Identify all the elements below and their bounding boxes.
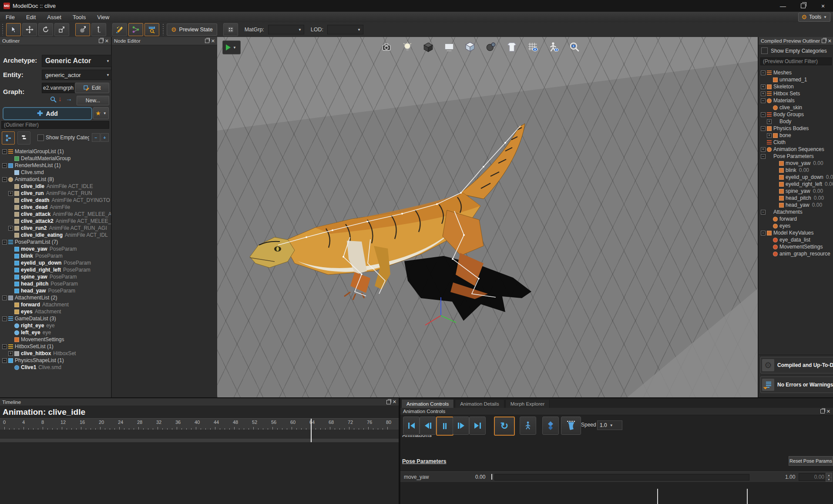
expander-icon[interactable]: − xyxy=(2,149,7,154)
tree-item[interactable]: eyelid_right_left0.00 xyxy=(759,181,833,188)
expander-icon[interactable]: − xyxy=(761,231,766,235)
tree-item[interactable]: +clive_runAnimFile ACT_RUN xyxy=(0,190,111,197)
float-panel-icon[interactable] xyxy=(386,400,391,404)
tree-item[interactable]: +Body xyxy=(759,118,833,125)
frame-back-button[interactable] xyxy=(420,417,436,435)
expander-icon[interactable]: − xyxy=(2,163,7,168)
expander-icon[interactable]: − xyxy=(2,177,7,182)
tree-item[interactable]: eye_data_list xyxy=(759,236,833,243)
screenspace-tool-button[interactable] xyxy=(75,23,90,36)
entity-dropdown[interactable]: generic_actor▼ xyxy=(42,70,112,80)
timeline-ruler[interactable]: 048121620242832364044485256606468727680 xyxy=(0,418,399,430)
paint-tool-button[interactable] xyxy=(112,23,127,36)
camera-icon[interactable] xyxy=(379,40,394,54)
tree-item[interactable]: −Materials xyxy=(759,97,833,104)
toolbar-grip[interactable] xyxy=(1,24,3,35)
close-icon[interactable]: ✕ xyxy=(105,39,109,44)
expand-all-button[interactable]: + xyxy=(101,133,109,142)
close-button[interactable]: × xyxy=(813,0,833,12)
tree-item[interactable]: clive_attack2AnimFile ACT_MELEE_ xyxy=(0,218,111,225)
tree-item[interactable]: Clive1Clive.smd xyxy=(0,364,111,371)
expander-icon[interactable]: − xyxy=(761,210,766,215)
pose-param-slider[interactable] xyxy=(494,474,749,480)
expander-icon[interactable]: + xyxy=(8,351,13,356)
close-icon[interactable]: ✕ xyxy=(393,400,396,404)
tree-item[interactable]: eyes xyxy=(759,222,833,229)
timeline-track[interactable] xyxy=(0,430,399,439)
root-motion-button[interactable] xyxy=(520,417,536,435)
expander-icon[interactable]: + xyxy=(8,226,13,231)
tree-item[interactable]: Cloth xyxy=(759,139,833,146)
tree-item[interactable]: +clive_hitboxHitboxSet xyxy=(0,350,111,357)
screen-icon[interactable] xyxy=(442,40,457,54)
move-tool-button[interactable] xyxy=(22,23,37,36)
tree-item[interactable]: clive_deathAnimFile ACT_DYINGTO xyxy=(0,197,111,204)
slider-handle[interactable] xyxy=(491,474,492,480)
close-icon[interactable]: ✕ xyxy=(211,39,215,44)
tree-item[interactable]: clive_idleAnimFile ACT_IDLE xyxy=(0,183,111,190)
float-panel-icon[interactable] xyxy=(99,39,103,43)
add-node-button[interactable]: ✚Add xyxy=(3,107,92,120)
tree-item[interactable]: spine_yaw0.00 xyxy=(759,188,833,195)
menu-tools[interactable]: Tools xyxy=(67,12,91,22)
tree-item[interactable]: −Model KeyValues xyxy=(759,229,833,236)
viewport-3d[interactable]: ▼ xyxy=(217,37,758,397)
expander-icon[interactable]: + xyxy=(761,84,766,89)
load-graph-icon[interactable]: ↓ xyxy=(58,95,62,102)
expander-icon[interactable]: − xyxy=(761,112,766,117)
expander-icon[interactable]: − xyxy=(761,98,766,103)
menu-file[interactable]: File xyxy=(0,12,20,22)
search-graph-icon[interactable] xyxy=(50,96,57,104)
errors-status-button[interactable]: No Errors or Warnings xyxy=(760,376,833,393)
loop-toggle-button[interactable]: ↻ xyxy=(494,417,515,436)
matgrp-dropdown[interactable]: ▼ xyxy=(268,25,304,34)
lod-dropdown[interactable]: ▼ xyxy=(327,25,363,34)
expander-icon[interactable]: + xyxy=(767,119,772,124)
expander-icon[interactable]: + xyxy=(8,191,13,196)
geometry-icon[interactable] xyxy=(463,40,477,54)
tree-item[interactable]: clive_attackAnimFile ACT_MELEE_A xyxy=(0,211,111,218)
measure-tool-button[interactable] xyxy=(144,23,159,36)
tree-item[interactable]: +Hitbox Sets xyxy=(759,90,833,97)
skip-to-start-button[interactable] xyxy=(403,417,420,435)
tree-item[interactable]: left_eyeeye xyxy=(0,329,111,336)
tree-item[interactable]: −GameDataList (3) xyxy=(0,315,111,322)
open-graph-icon[interactable]: → xyxy=(66,95,72,102)
tab-animation-controls[interactable]: Animation Controls xyxy=(401,399,454,408)
compile-status-button[interactable]: ⚙ Compiled and Up-To-Date xyxy=(760,357,833,373)
tree-item[interactable]: blink0.00 xyxy=(759,167,833,174)
expander-icon[interactable]: − xyxy=(2,296,7,300)
timeline-playhead[interactable] xyxy=(311,419,312,442)
tab-morph-explorer[interactable]: Morph Explorer xyxy=(505,399,550,408)
nodegraph-tool-button[interactable] xyxy=(128,23,143,36)
tree-item[interactable]: anim_graph_resource xyxy=(759,250,833,257)
reset-pose-params-button[interactable]: Reset Pose Params xyxy=(789,456,833,466)
float-panel-icon[interactable] xyxy=(205,39,209,43)
tree-item[interactable]: −RenderMeshList (1) xyxy=(0,162,111,169)
tree-item[interactable]: forward xyxy=(759,215,833,222)
graph-file-field[interactable]: e2.vanmgrph xyxy=(42,83,76,93)
tree-item[interactable]: head_yawPoseParam xyxy=(0,287,111,294)
float-panel-icon[interactable] xyxy=(822,39,826,43)
expander-icon[interactable]: − xyxy=(761,126,766,131)
cloth-sim-button[interactable] xyxy=(561,417,581,435)
tree-item[interactable]: +Animation Sequences xyxy=(759,146,833,153)
collapse-all-button[interactable]: − xyxy=(92,133,100,142)
scale-tool-button[interactable] xyxy=(54,23,69,36)
tree-item[interactable]: +bone xyxy=(759,132,833,139)
show-empty-categories-checkbox[interactable] xyxy=(37,134,44,141)
tree-item[interactable]: head_pitchPoseParam xyxy=(0,280,111,287)
timeline-scrollbar[interactable] xyxy=(0,439,399,442)
expander-icon[interactable]: − xyxy=(2,316,7,321)
menu-edit[interactable]: Edit xyxy=(20,12,41,22)
utility-button[interactable] xyxy=(223,23,238,36)
pose-param-input[interactable]: 0.00 xyxy=(799,473,826,481)
tree-item[interactable]: −Pose Parameters xyxy=(759,153,833,160)
select-tool-button[interactable] xyxy=(6,23,21,36)
graph-new-button[interactable]: New... xyxy=(77,96,109,105)
tree-item[interactable]: DefaultMaterialGroup xyxy=(0,155,111,162)
frame-forward-button[interactable] xyxy=(453,417,469,435)
tree-item[interactable]: head_yaw0.00 xyxy=(759,202,833,208)
skip-to-end-button[interactable] xyxy=(469,417,486,435)
menu-view[interactable]: View xyxy=(91,12,115,22)
